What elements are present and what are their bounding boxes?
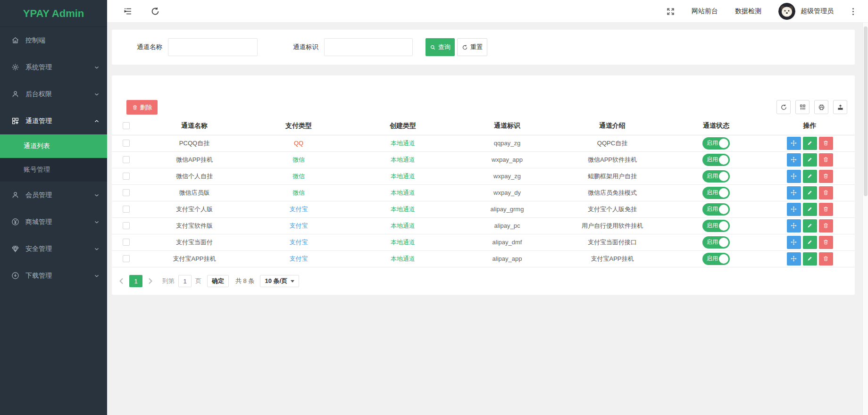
row-select-cell: [112, 201, 140, 217]
channel-name-input[interactable]: [168, 38, 258, 56]
move-row-button[interactable]: [787, 137, 801, 150]
edit-row-button[interactable]: [803, 137, 817, 150]
edit-row-button[interactable]: [803, 219, 817, 232]
status-toggle[interactable]: 启用: [702, 154, 730, 166]
sidebar-subitem-channel-list[interactable]: 通道列表: [0, 134, 107, 158]
delete-row-button[interactable]: [819, 252, 833, 266]
pay-type-cell: 微信: [249, 151, 349, 168]
channel-intro: 微信APP软件挂机: [588, 156, 637, 163]
move-row-button[interactable]: [787, 203, 801, 216]
move-row-button[interactable]: [787, 170, 801, 183]
status-toggle[interactable]: 启用: [702, 236, 730, 249]
status-label: 启用: [707, 156, 718, 164]
sidebar-item-member-manage[interactable]: 会员管理: [0, 182, 107, 208]
delete-row-button[interactable]: [819, 137, 833, 150]
channel-code: alipay_dmf: [492, 239, 522, 246]
move-icon: [791, 140, 797, 146]
sidebar-item-mall-manage[interactable]: 商城管理: [0, 208, 107, 235]
refresh-page-icon[interactable]: [150, 7, 160, 16]
pay-type-cell: 微信: [249, 184, 349, 201]
status-toggle[interactable]: 启用: [702, 170, 730, 183]
edit-row-button[interactable]: [803, 170, 817, 183]
username: 超级管理员: [801, 7, 834, 16]
toggle-knob: [719, 254, 728, 264]
row-checkbox[interactable]: [123, 255, 130, 262]
row-checkbox[interactable]: [123, 156, 130, 163]
print-table-button[interactable]: [814, 100, 828, 114]
row-checkbox[interactable]: [123, 173, 130, 180]
row-checkbox[interactable]: [123, 239, 130, 246]
delete-row-button[interactable]: [819, 186, 833, 199]
export-table-button[interactable]: [833, 100, 847, 114]
channel-code-input[interactable]: [324, 38, 413, 56]
channel-intro-cell: 支付宝APP挂机: [557, 250, 668, 267]
channel-code: alipay_app: [492, 255, 522, 262]
refresh-table-button[interactable]: [776, 100, 791, 114]
sidebar-item-channel-manage[interactable]: 通道管理: [0, 108, 107, 134]
move-row-button[interactable]: [787, 219, 801, 232]
move-icon: [791, 157, 797, 163]
move-row-button[interactable]: [787, 236, 801, 249]
sidebar-item-backend-permission[interactable]: 后台权限: [0, 81, 107, 108]
collapse-sidebar-icon[interactable]: [123, 7, 133, 16]
row-checkbox[interactable]: [123, 189, 130, 196]
delete-row-button[interactable]: [819, 170, 833, 183]
status-toggle[interactable]: 启用: [702, 220, 730, 232]
create-type: 本地通道: [391, 239, 415, 246]
fullscreen-icon[interactable]: [667, 8, 675, 16]
status-toggle[interactable]: 启用: [702, 253, 730, 265]
reset-button[interactable]: 重置: [457, 38, 487, 56]
delete-row-button[interactable]: [819, 153, 833, 166]
current-page[interactable]: 1: [129, 275, 142, 287]
scrollbar-track[interactable]: [862, 23, 868, 415]
user-menu[interactable]: 超级管理员: [778, 3, 834, 20]
row-checkbox[interactable]: [123, 206, 130, 213]
move-row-button[interactable]: [787, 153, 801, 166]
batch-delete-button[interactable]: 删除: [126, 100, 158, 115]
channel-code-cell: alipay_grmg: [457, 201, 557, 217]
move-row-button[interactable]: [787, 186, 801, 199]
link-data-check[interactable]: 数据检测: [735, 7, 761, 16]
query-button[interactable]: 查询: [426, 38, 455, 56]
sidebar-item-console[interactable]: 控制端: [0, 27, 107, 54]
next-page-icon[interactable]: [145, 276, 155, 286]
sidebar-item-system[interactable]: 系统管理: [0, 54, 107, 81]
create-type-cell: 本地通道: [349, 201, 457, 217]
delete-row-button[interactable]: [819, 219, 833, 232]
channel-code-cell: wxpay_dy: [457, 184, 557, 201]
channel-intro-cell: 用户自行使用软件挂机: [557, 217, 668, 234]
sidebar-item-security-manage[interactable]: 安全管理: [0, 235, 107, 262]
select-all-checkbox[interactable]: [123, 122, 130, 129]
delete-row-button[interactable]: [819, 236, 833, 249]
columns-table-button[interactable]: [795, 100, 810, 114]
goto-page-input[interactable]: [178, 275, 192, 287]
table-row: 支付宝软件版支付宝本地通道alipay_pc用户自行使用软件挂机启用: [112, 217, 855, 234]
status-toggle[interactable]: 启用: [702, 187, 730, 199]
status-toggle[interactable]: 启用: [702, 203, 730, 216]
table-row: 微信个人自挂微信本地通道wxpay_zg鲲鹏框架用户自挂启用: [112, 168, 855, 184]
edit-row-button[interactable]: [803, 252, 817, 266]
link-site-front[interactable]: 网站前台: [692, 7, 718, 16]
more-dots-icon[interactable]: [851, 6, 856, 17]
chevron-up-icon: [93, 118, 100, 124]
prev-page-icon[interactable]: [117, 276, 126, 286]
edit-row-button[interactable]: [803, 153, 817, 166]
column-header-2: 创建类型: [349, 117, 457, 135]
table-body: PCQQ自挂QQ本地通道qqpay_zgQQPC自挂启用微信APP挂机微信本地通…: [112, 135, 855, 267]
row-checkbox[interactable]: [123, 140, 130, 147]
sidebar-subitem-account-manage[interactable]: 账号管理: [0, 158, 107, 182]
printer-icon: [818, 104, 825, 111]
goto-confirm-button[interactable]: 确定: [207, 275, 229, 287]
row-select-cell: [112, 217, 140, 234]
status-toggle[interactable]: 启用: [702, 137, 730, 149]
delete-row-button[interactable]: [819, 203, 833, 216]
row-checkbox[interactable]: [123, 222, 130, 229]
scrollbar-thumb[interactable]: [864, 26, 868, 196]
sidebar-item-download-manage[interactable]: 下载管理: [0, 262, 107, 289]
edit-row-button[interactable]: [803, 203, 817, 216]
move-row-button[interactable]: [787, 252, 801, 266]
page-size-select[interactable]: 10 条/页: [260, 275, 299, 287]
select-all-cell: [112, 117, 140, 135]
edit-row-button[interactable]: [803, 186, 817, 199]
edit-row-button[interactable]: [803, 236, 817, 249]
